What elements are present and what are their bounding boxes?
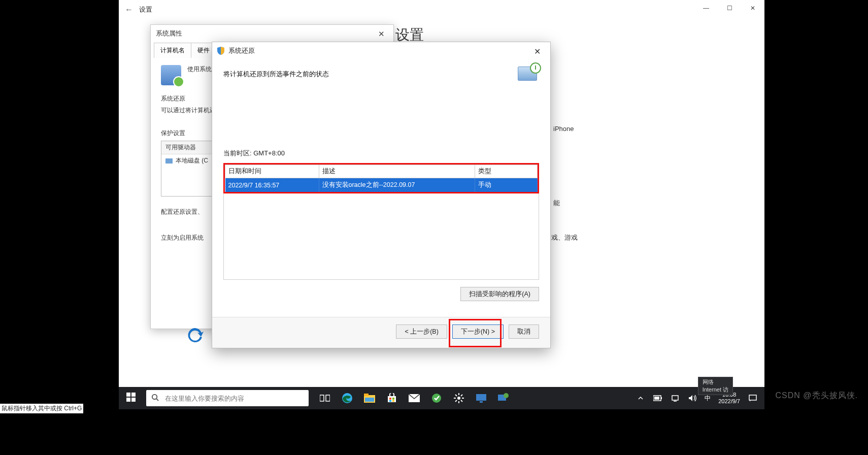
svg-line-5	[156, 399, 158, 401]
svg-line-27	[461, 395, 462, 396]
window-controls: — ☐ ✕	[694, 0, 764, 16]
minimize-button[interactable]: —	[694, 0, 718, 16]
svg-line-26	[455, 400, 457, 402]
cancel-button[interactable]: 取消	[509, 324, 539, 339]
bg-text-features: 能	[553, 199, 560, 208]
tray-tooltip: 网络 Internet 访	[698, 377, 733, 395]
restore-titlebar[interactable]: 系统还原 ✕	[212, 42, 550, 59]
svg-rect-35	[672, 396, 678, 400]
svg-rect-12	[388, 396, 396, 402]
scan-affected-button[interactable]: 扫描受影响的程序(A)	[460, 287, 539, 301]
svg-rect-28	[476, 394, 486, 401]
restore-title: 系统还原	[228, 46, 255, 55]
restore-headline: 将计算机还原到所选事件之前的状态	[223, 70, 329, 79]
pinned-apps	[314, 387, 515, 409]
svg-rect-6	[320, 395, 324, 401]
svg-point-19	[457, 397, 460, 400]
drive-label: 本地磁盘 (C	[176, 156, 208, 165]
svg-rect-3	[131, 398, 136, 402]
svg-rect-16	[392, 400, 394, 402]
svg-rect-13	[389, 398, 391, 400]
settings-titlebar: ← 设置 — ☐ ✕	[119, 0, 764, 19]
edge-icon[interactable]	[336, 387, 358, 409]
sysprop-close-button[interactable]: ✕	[371, 27, 391, 41]
shield-icon	[216, 46, 225, 55]
tooltip-line2: Internet 访	[703, 386, 728, 394]
cell-datetime: 2022/9/7 16:35:57	[225, 178, 319, 192]
task-view-button[interactable]	[314, 387, 336, 409]
notifications-icon[interactable]	[744, 387, 761, 409]
clock-date: 2022/9/7	[718, 398, 740, 405]
watermark: CSDN @秃头披风侠.	[776, 391, 858, 401]
restore-close-button[interactable]: ✕	[526, 44, 548, 58]
settings-gear-icon[interactable]	[448, 387, 470, 409]
disk-icon	[165, 158, 173, 164]
svg-rect-33	[661, 397, 662, 399]
svg-rect-34	[654, 397, 659, 400]
svg-rect-15	[389, 400, 391, 402]
col-type[interactable]: 类型	[475, 165, 538, 178]
svg-rect-7	[326, 395, 330, 401]
tooltip-line1: 网络	[703, 378, 728, 386]
svg-rect-2	[126, 398, 130, 402]
mail-icon[interactable]	[403, 387, 425, 409]
maximize-button[interactable]: ☐	[718, 0, 741, 16]
bg-text-games: 戏、游戏	[551, 233, 578, 242]
svg-line-25	[461, 400, 462, 402]
restore-monitor-icon	[518, 63, 539, 85]
app-restore-icon[interactable]	[492, 387, 515, 409]
app-monitor-icon[interactable]	[470, 387, 492, 409]
svg-point-31	[504, 393, 509, 398]
bg-text-iphone: iPhone	[553, 125, 574, 133]
start-button[interactable]	[119, 387, 143, 409]
tray-chevron-icon[interactable]	[632, 387, 649, 409]
settings-title: 设置	[139, 5, 152, 14]
close-button[interactable]: ✕	[741, 0, 764, 16]
restore-point-highlight: 日期和时间 描述 类型 2022/9/7 16:35:57 没有安装oracle…	[223, 163, 539, 193]
security-icon[interactable]	[425, 387, 448, 409]
system-protection-icon	[161, 65, 181, 85]
svg-rect-29	[480, 401, 483, 403]
table-row[interactable]: 2022/9/7 16:35:57 没有安装oracle之前--2022.09.…	[225, 178, 538, 192]
taskbar: 中 16:38 2022/9/7 网络 Internet 访	[119, 387, 764, 409]
search-input[interactable]	[164, 394, 304, 403]
back-step-button[interactable]: < 上一步(B)	[396, 324, 447, 339]
restore-header: 将计算机还原到所选事件之前的状态	[212, 59, 550, 85]
restore-body: 当前时区: GMT+8:00 日期和时间 描述 类型 2022/9/7 16:3…	[212, 85, 550, 301]
cell-type: 手动	[475, 178, 538, 192]
restore-footer: < 上一步(B) 下一步(N) > 取消	[212, 317, 550, 348]
timezone-label: 当前时区: GMT+8:00	[223, 149, 539, 158]
svg-rect-1	[131, 393, 136, 397]
svg-rect-0	[126, 393, 130, 397]
use-system-text: 使用系统	[187, 65, 212, 74]
svg-point-4	[152, 395, 157, 399]
desktop-area: ← 设置 — ☐ ✕ 设置 iPhone 能 戏、游戏 系统属性 ✕ 计算机名 …	[119, 0, 764, 401]
sync-icon	[185, 325, 205, 345]
shortcut-hint: 鼠标指针移入其中或按 Ctrl+G	[0, 404, 83, 413]
svg-rect-37	[749, 395, 756, 400]
tab-computer-name[interactable]: 计算机名	[154, 43, 191, 58]
search-icon	[151, 394, 159, 403]
store-icon[interactable]	[381, 387, 403, 409]
cell-description: 没有安装oracle之前--2022.09.07	[319, 178, 475, 192]
svg-rect-11	[365, 398, 374, 402]
table-empty-area	[223, 193, 539, 280]
tray-network-icon[interactable]	[666, 387, 684, 409]
file-explorer-icon[interactable]	[358, 387, 381, 409]
svg-line-24	[455, 395, 457, 396]
col-description[interactable]: 描述	[319, 165, 475, 178]
col-datetime[interactable]: 日期和时间	[225, 165, 319, 178]
tray-battery-icon[interactable]	[649, 387, 666, 409]
svg-rect-10	[364, 394, 369, 396]
taskbar-search[interactable]	[146, 390, 309, 406]
svg-rect-14	[392, 398, 394, 400]
sysprop-title: 系统属性	[151, 25, 393, 42]
system-restore-dialog: 系统还原 ✕ 将计算机还原到所选事件之前的状态 当前时区: GMT+8:00 日…	[212, 42, 551, 348]
next-step-button[interactable]: 下一步(N) >	[452, 324, 504, 339]
windows-logo-icon	[126, 393, 136, 404]
restore-point-table: 日期和时间 描述 类型 2022/9/7 16:35:57 没有安装oracle…	[225, 165, 538, 192]
back-button[interactable]: ←	[119, 5, 139, 14]
